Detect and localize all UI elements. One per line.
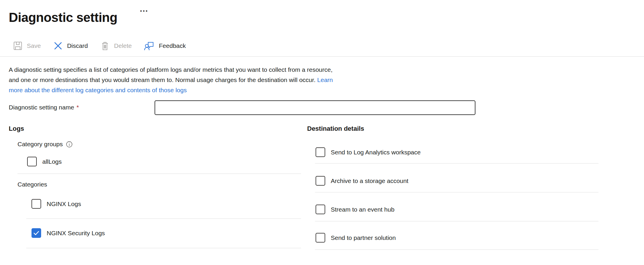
alllogs-label: allLogs bbox=[42, 158, 62, 165]
category-groups-row: Category groups bbox=[18, 141, 73, 148]
nginx-logs-row: NGINX Logs bbox=[32, 199, 81, 209]
discard-button[interactable]: Discard bbox=[53, 41, 88, 51]
page-title: Diagnostic setting bbox=[9, 10, 117, 25]
nginx-security-logs-row: NGINX Security Logs bbox=[32, 228, 105, 238]
send-log-analytics-label: Send to Log Analytics workspace bbox=[331, 149, 421, 156]
feedback-icon bbox=[144, 41, 155, 51]
logs-divider-2 bbox=[26, 218, 301, 219]
description: A diagnostic setting specifies a list of… bbox=[9, 64, 333, 95]
checkbox-stream-event-hub[interactable] bbox=[316, 205, 325, 214]
logs-header: Logs bbox=[9, 125, 24, 132]
check-icon bbox=[32, 229, 40, 237]
destination-divider-1 bbox=[315, 163, 598, 164]
save-button[interactable]: Save bbox=[13, 41, 41, 51]
description-line1: A diagnostic setting specifies a list of… bbox=[9, 64, 333, 75]
more-options-button[interactable]: … bbox=[138, 4, 150, 13]
send-partner-solution-row: Send to partner solution bbox=[316, 233, 396, 243]
category-groups-label: Category groups bbox=[18, 141, 63, 148]
checkbox-nginx-security-logs[interactable] bbox=[32, 228, 41, 238]
destination-divider-4 bbox=[315, 249, 598, 250]
checkbox-alllogs[interactable] bbox=[27, 157, 37, 166]
feedback-label: Feedback bbox=[159, 42, 186, 49]
feedback-button[interactable]: Feedback bbox=[144, 41, 186, 51]
archive-storage-row: Archive to a storage account bbox=[316, 176, 408, 186]
checkbox-nginx-logs[interactable] bbox=[32, 199, 41, 209]
description-line3: more about the different log categories … bbox=[9, 85, 333, 95]
info-icon[interactable] bbox=[66, 141, 73, 148]
send-partner-solution-label: Send to partner solution bbox=[331, 234, 396, 241]
logs-divider-3 bbox=[26, 248, 301, 248]
learn-more-link-continued[interactable]: more about the different log categories … bbox=[9, 87, 187, 93]
discard-label: Discard bbox=[67, 42, 88, 49]
destination-details-header: Destination details bbox=[307, 125, 364, 132]
delete-button[interactable]: Delete bbox=[100, 41, 132, 51]
alllogs-row: allLogs bbox=[27, 157, 62, 166]
required-asterisk: * bbox=[76, 104, 79, 111]
diagnostic-setting-name-input[interactable] bbox=[155, 100, 475, 115]
save-icon bbox=[13, 41, 23, 51]
destination-divider-2 bbox=[315, 192, 598, 193]
nginx-logs-label: NGINX Logs bbox=[47, 201, 81, 208]
checkbox-send-log-analytics[interactable] bbox=[316, 147, 325, 157]
send-log-analytics-row: Send to Log Analytics workspace bbox=[316, 147, 421, 157]
checkbox-archive-storage[interactable] bbox=[316, 176, 325, 186]
trash-icon bbox=[100, 41, 110, 51]
categories-label: Categories bbox=[18, 181, 47, 188]
stream-event-hub-label: Stream to an event hub bbox=[331, 206, 394, 213]
toolbar-divider bbox=[0, 56, 644, 57]
toolbar: Save Discard Delete bbox=[13, 39, 186, 53]
x-icon bbox=[53, 41, 63, 51]
stream-event-hub-row: Stream to an event hub bbox=[316, 205, 394, 214]
destination-divider-3 bbox=[315, 221, 598, 222]
logs-divider-1 bbox=[18, 173, 301, 174]
learn-more-link[interactable]: Learn bbox=[317, 76, 333, 83]
delete-label: Delete bbox=[114, 42, 132, 49]
save-label: Save bbox=[27, 42, 41, 49]
description-line2: and one or more destinations that you wo… bbox=[9, 75, 333, 85]
checkbox-send-partner-solution[interactable] bbox=[316, 233, 325, 243]
nginx-security-logs-label: NGINX Security Logs bbox=[47, 230, 105, 237]
name-field-label: Diagnostic setting name * bbox=[9, 104, 79, 111]
name-label-text: Diagnostic setting name bbox=[9, 104, 74, 111]
archive-storage-label: Archive to a storage account bbox=[331, 177, 408, 184]
